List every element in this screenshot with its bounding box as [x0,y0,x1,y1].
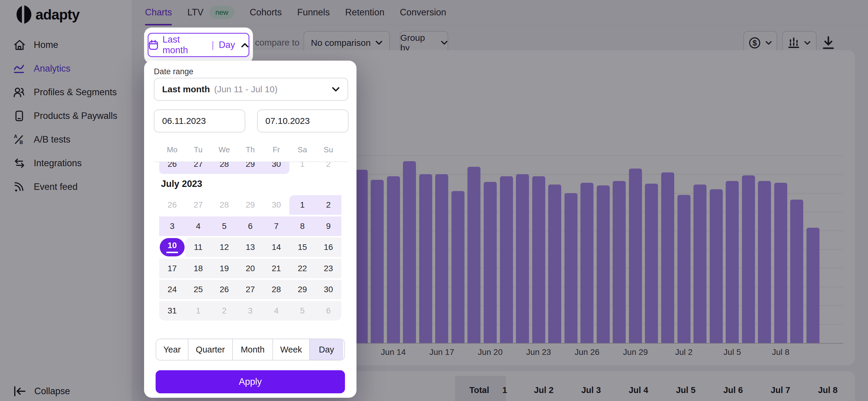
granularity-year[interactable]: Year [156,339,188,360]
calendar-scroll-area[interactable]: 262728293012July 20232627282930123456789… [159,162,341,325]
calendar-day-jul-1[interactable]: 1 [185,301,211,321]
calendar-day-jul-8[interactable]: 8 [289,216,315,236]
calendar-row: 24252627282930 [159,280,341,299]
calendar-day-jul-30[interactable]: 30 [315,280,341,299]
calendar-day-jul-4[interactable]: 4 [263,301,289,321]
date-range-separator: | [212,40,214,50]
modal-dim-overlay[interactable] [0,0,868,401]
calendar-day-jul-5[interactable]: 5 [211,216,237,236]
preset-value: Last month [162,84,210,94]
calendar-day-jul-27[interactable]: 27 [185,195,211,215]
calendar-day-jul-10[interactable]: 10 [159,237,185,257]
calendar-row: 262728293012 [159,162,341,174]
date-range-title: Date range [154,67,193,76]
granularity-week[interactable]: Week [273,339,310,360]
calendar-day-jul-19[interactable]: 19 [211,259,237,278]
calendar-day-jul-11[interactable]: 11 [185,237,211,257]
chevron-up-icon [241,42,249,47]
calendar-row: 31123456 [159,301,341,321]
calendar-day-jul-14[interactable]: 14 [263,237,289,257]
calendar-day-jul-5[interactable]: 5 [289,301,315,321]
granularity-month[interactable]: Month [233,339,273,360]
calendar-day-jul-24[interactable]: 24 [159,280,185,299]
calendar-icon [149,40,158,50]
weekday-su: Su [315,145,341,154]
calendar-day-jul-26[interactable]: 26 [159,195,185,215]
calendar-day-jul-31[interactable]: 31 [159,301,185,321]
calendar-day-jun-27[interactable]: 27 [185,162,211,174]
calendar-row: 262728293012 [159,195,341,215]
calendar-day-jul-23[interactable]: 23 [315,259,341,278]
weekday-tu: Tu [185,145,211,154]
calendar-month-label: July 2023 [161,179,203,189]
calendar-day-jun-30[interactable]: 30 [263,162,289,174]
calendar-day-jul-12[interactable]: 12 [211,237,237,257]
calendar-day-jul-22[interactable]: 22 [289,259,315,278]
calendar-day-jul-7[interactable]: 7 [263,216,289,236]
calendar-day-jul-2[interactable]: 2 [211,301,237,321]
date-range-preset: Last month [162,34,207,56]
calendar-day-jul-2[interactable]: 2 [315,195,341,215]
calendar-day-jul-3[interactable]: 3 [237,301,263,321]
weekday-fr: Fr [263,145,289,154]
weekday-sa: Sa [289,145,315,154]
calendar-day-jul-27[interactable]: 27 [237,280,263,299]
calendar-day-jul-1[interactable]: 1 [289,195,315,215]
date-range-button[interactable]: Last month | Day [148,33,249,57]
calendar-day-jul-29[interactable]: 29 [289,280,315,299]
calendar-day-jul-6[interactable]: 6 [237,216,263,236]
date-picker-popup: Date range Last month (Jun 11 - Jul 10) … [144,61,356,398]
calendar-day-jul-17[interactable]: 17 [159,259,185,278]
calendar-day-jul-9[interactable]: 9 [315,216,341,236]
calendar-day-jul-18[interactable]: 18 [185,259,211,278]
calendar-day-jun-28[interactable]: 28 [211,162,237,174]
calendar-day-jun-2[interactable]: 2 [315,162,341,174]
calendar-day-jul-3[interactable]: 3 [159,216,185,236]
calendar-row: 3456789 [159,216,341,236]
date-range-granularity: Day [219,40,235,50]
calendar-row: 17181920212223 [159,259,341,278]
calendar-row: 10111213141516 [159,237,341,257]
calendar-day-jun-29[interactable]: 29 [237,162,263,174]
weekday-mo: Mo [159,145,185,154]
calendar-day-jul-28[interactable]: 28 [211,195,237,215]
calendar-day-jul-30[interactable]: 30 [263,195,289,215]
selected-day-pill: 10 [160,238,185,257]
calendar-day-jul-4[interactable]: 4 [185,216,211,236]
granularity-segmented-control: YearQuarterMonthWeekDay [156,339,345,361]
start-date-input[interactable] [154,109,245,132]
selected-day-underline [166,252,178,253]
calendar-day-jul-21[interactable]: 21 [263,259,289,278]
preset-range: (Jun 11 - Jul 10) [214,84,328,94]
granularity-quarter[interactable]: Quarter [188,339,233,360]
calendar-day-jul-15[interactable]: 15 [289,237,315,257]
preset-select[interactable]: Last month (Jun 11 - Jul 10) [154,78,348,101]
chevron-down-icon [332,87,340,92]
calendar-day-jul-25[interactable]: 25 [185,280,211,299]
calendar-day-jul-16[interactable]: 16 [315,237,341,257]
selected-day-number: 10 [167,241,177,249]
calendar-day-jul-20[interactable]: 20 [237,259,263,278]
calendar-day-jul-26[interactable]: 26 [211,280,237,299]
calendar-day-jul-13[interactable]: 13 [237,237,263,257]
calendar-day-jun-1[interactable]: 1 [289,162,315,174]
calendar-day-jul-29[interactable]: 29 [237,195,263,215]
granularity-day[interactable]: Day [310,339,343,360]
calendar-day-jun-26[interactable]: 26 [159,162,185,174]
end-date-input[interactable] [257,109,348,132]
weekday-we: We [211,145,237,154]
apply-button[interactable]: Apply [156,370,345,393]
weekday-th: Th [237,145,263,154]
calendar-day-jul-6[interactable]: 6 [315,301,341,321]
calendar-day-jul-28[interactable]: 28 [263,280,289,299]
